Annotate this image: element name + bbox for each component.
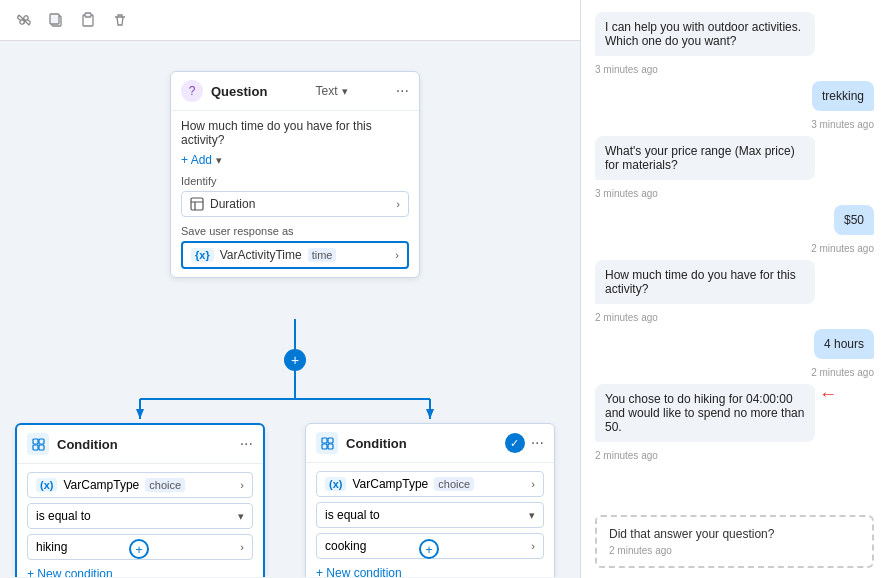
condition-1-body: (x) VarCampType choice › is equal to ▾ h… (17, 464, 263, 577)
cond1-var-badge: (x) (36, 478, 57, 492)
table-icon (190, 197, 204, 211)
svg-rect-18 (39, 439, 44, 444)
paste-icon[interactable] (78, 10, 98, 30)
final-box-text: Did that answer your question? (609, 527, 860, 541)
bot-msg-1: I can help you with outdoor activities. … (595, 12, 815, 56)
chat-panel: I can help you with outdoor activities. … (580, 0, 888, 578)
arrow-indicator: ← (819, 384, 837, 405)
bot-msg-1-time: 3 minutes ago (595, 64, 658, 75)
flow-canvas: ? Question Text ▾ ··· How much time do y… (0, 41, 580, 577)
cond2-var-name: VarCampType (352, 477, 428, 491)
save-label: Save user response as (181, 225, 409, 237)
save-row[interactable]: {x} VarActivityTime time › (181, 241, 409, 269)
bot-msg-4-container: You chose to do hiking for 04:00:00 and … (595, 384, 874, 442)
cond2-choice: choice (434, 477, 474, 491)
bot-msg-4-time: 2 minutes ago (595, 450, 658, 461)
condition-1-equal-row[interactable]: is equal to ▾ (27, 503, 253, 529)
bottom-plus-left[interactable]: + (129, 539, 149, 559)
svg-rect-24 (328, 444, 333, 449)
condition-2-header: Condition ✓ ··· (306, 424, 554, 463)
svg-rect-17 (33, 439, 38, 444)
user-msg-3-time: 2 minutes ago (811, 367, 874, 378)
bot-msg-4: You chose to do hiking for 04:00:00 and … (595, 384, 815, 442)
user-msg-1-time: 3 minutes ago (811, 119, 874, 130)
condition-1-icon (27, 433, 49, 455)
cond1-choice: choice (145, 478, 185, 492)
svg-rect-21 (322, 438, 327, 443)
question-header: ? Question Text ▾ ··· (171, 72, 419, 111)
svg-marker-8 (426, 409, 434, 419)
question-body: How much time do you have for this activ… (171, 111, 419, 277)
question-type[interactable]: Text ▾ (315, 84, 347, 98)
svg-rect-20 (39, 445, 44, 450)
identify-row[interactable]: Duration › (181, 191, 409, 217)
bot-msg-3: How much time do you have for this activ… (595, 260, 815, 304)
svg-rect-14 (191, 198, 203, 210)
var-name: VarActivityTime (220, 248, 302, 262)
question-card: ? Question Text ▾ ··· How much time do y… (170, 71, 420, 278)
condition-1-title: Condition (57, 437, 118, 452)
cond1-var-name: VarCampType (63, 478, 139, 492)
bottom-plus-right[interactable]: + (419, 539, 439, 559)
bot-msg-2: What's your price range (Max price) for … (595, 136, 815, 180)
condition-2-menu[interactable]: ··· (531, 434, 544, 452)
var-type: time (308, 248, 337, 262)
bot-msg-2-time: 3 minutes ago (595, 188, 658, 199)
save-chevron: › (395, 249, 399, 261)
question-icon: ? (181, 80, 203, 102)
bot-msg-3-time: 2 minutes ago (595, 312, 658, 323)
user-msg-2-time: 2 minutes ago (811, 243, 874, 254)
condition-2-body: (x) VarCampType choice › is equal to ▾ c… (306, 463, 554, 577)
add-button[interactable]: + Add ▾ (181, 153, 409, 167)
condition-2-equal-row[interactable]: is equal to ▾ (316, 502, 544, 528)
top-plus-button[interactable]: + (284, 349, 306, 371)
svg-rect-19 (33, 445, 38, 450)
add-chevron: ▾ (216, 154, 222, 167)
toolbar (0, 0, 580, 41)
condition-1-var-row[interactable]: (x) VarCampType choice › (27, 472, 253, 498)
user-msg-2: $50 (834, 205, 874, 235)
condition-2-var-row[interactable]: (x) VarCampType choice › (316, 471, 544, 497)
condition-1-new-btn[interactable]: + New condition (27, 565, 253, 577)
chat-messages: I can help you with outdoor activities. … (581, 0, 888, 509)
svg-rect-1 (50, 14, 59, 24)
identify-field: Duration (210, 197, 255, 211)
flow-panel: ? Question Text ▾ ··· How much time do y… (0, 0, 580, 578)
user-msg-3: 4 hours (814, 329, 874, 359)
condition-2-title: Condition (346, 436, 407, 451)
check-icon: ✓ (505, 433, 525, 453)
copy-icon[interactable] (46, 10, 66, 30)
question-title: Question (211, 84, 267, 99)
identify-chevron: › (396, 198, 400, 210)
svg-rect-3 (85, 13, 91, 17)
svg-rect-23 (322, 444, 327, 449)
var-badge: {x} (191, 248, 214, 262)
condition-1-header: Condition ··· (17, 425, 263, 464)
question-text: How much time do you have for this activ… (181, 119, 409, 147)
final-box-time: 2 minutes ago (609, 545, 860, 556)
svg-rect-22 (328, 438, 333, 443)
condition-2-new-btn[interactable]: + New condition (316, 564, 544, 577)
svg-marker-11 (136, 409, 144, 419)
identify-label: Identify (181, 175, 409, 187)
type-chevron: ▾ (342, 85, 348, 98)
final-box: Did that answer your question? 2 minutes… (595, 515, 874, 568)
condition-2-icon (316, 432, 338, 454)
cut-icon[interactable] (14, 10, 34, 30)
condition-1-menu[interactable]: ··· (240, 435, 253, 453)
question-menu[interactable]: ··· (396, 82, 409, 100)
user-msg-1: trekking (812, 81, 874, 111)
cond2-var-badge: (x) (325, 477, 346, 491)
delete-icon[interactable] (110, 10, 130, 30)
